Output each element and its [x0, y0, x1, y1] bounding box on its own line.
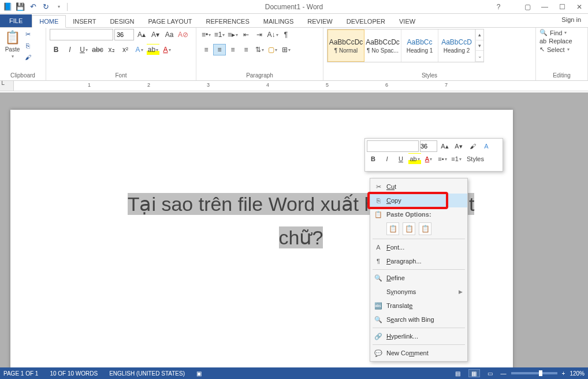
minimize-icon[interactable]: — — [536, 1, 553, 13]
tab-design[interactable]: DESIGN — [103, 16, 141, 27]
menu-font[interactable]: AFont... — [370, 240, 467, 254]
status-word-count[interactable]: 10 OF 10 WORDS — [50, 370, 98, 377]
font-size-input[interactable] — [114, 29, 134, 40]
subscript-button[interactable]: x₂ — [105, 44, 118, 55]
copy-icon[interactable]: ⎘ — [23, 40, 33, 51]
replace-button[interactable]: abReplace — [539, 38, 572, 44]
mini-shrink-font[interactable]: A▾ — [452, 140, 465, 152]
menu-define[interactable]: 🔍Define — [370, 271, 467, 285]
justify-button[interactable]: ≡ — [240, 44, 252, 55]
view-web-layout[interactable]: ▭ — [485, 369, 496, 377]
line-spacing-button[interactable]: ⇅ — [253, 44, 266, 55]
menu-synonyms[interactable]: Synonyms▶ — [370, 285, 467, 299]
superscript-button[interactable]: x² — [119, 44, 132, 55]
mini-font-color[interactable]: A — [422, 153, 435, 165]
bold-button[interactable]: B — [50, 44, 62, 55]
bullets-button[interactable]: ≡• — [200, 29, 213, 40]
mini-italic[interactable]: I — [381, 153, 393, 165]
save-icon[interactable]: 💾 — [15, 2, 25, 12]
underline-button[interactable]: U — [77, 44, 90, 55]
grow-font-icon[interactable]: A▴ — [135, 29, 148, 40]
menu-cut[interactable]: ✂Cut — [370, 180, 467, 194]
clear-formatting-icon[interactable]: A⊘ — [177, 29, 189, 40]
menu-copy[interactable]: ⎘Copy — [370, 194, 467, 207]
tab-insert[interactable]: INSERT — [66, 16, 103, 27]
tab-references[interactable]: REFERENCES — [199, 16, 256, 27]
view-print-layout[interactable]: ▦ — [468, 369, 480, 377]
styles-gallery[interactable]: AaBbCcDc¶ Normal AaBbCcDc¶ No Spac... Aa… — [327, 29, 484, 62]
ribbon-display-icon[interactable]: ▢ — [519, 1, 536, 13]
paste-merge-icon[interactable]: 📋 — [403, 222, 415, 235]
numbering-button[interactable]: ≡1 — [213, 29, 226, 40]
style-normal[interactable]: AaBbCcDc¶ Normal — [328, 29, 364, 62]
align-left-button[interactable]: ≡ — [200, 44, 213, 55]
align-center-button[interactable]: ≡ — [213, 44, 226, 55]
style-heading-2[interactable]: AaBbCcDHeading 2 — [438, 29, 475, 62]
menu-translate[interactable]: 🔤Translate — [370, 299, 467, 313]
mini-grow-font[interactable]: A▴ — [438, 140, 451, 152]
menu-new-comment[interactable]: 💬New Comment — [370, 346, 467, 360]
paste-text-only-icon[interactable]: 📋 — [419, 222, 431, 235]
mini-bullets[interactable]: ≡• — [436, 153, 449, 165]
zoom-in[interactable]: + — [562, 370, 565, 377]
highlight-button[interactable]: ab — [147, 44, 159, 55]
borders-button[interactable]: ⊞ — [280, 44, 292, 55]
cut-icon[interactable]: ✂ — [23, 29, 33, 39]
increase-indent-button[interactable]: ⇥ — [253, 29, 266, 40]
redo-icon[interactable]: ↻ — [40, 2, 51, 12]
multilevel-list-button[interactable]: ≡▸ — [226, 29, 239, 40]
zoom-slider[interactable] — [511, 372, 557, 374]
qat-dropdown[interactable] — [53, 2, 64, 12]
tab-home[interactable]: HOME — [32, 15, 66, 28]
sign-in-link[interactable]: Sign in — [561, 16, 581, 23]
style-no-spacing[interactable]: AaBbCcDc¶ No Spac... — [364, 29, 401, 62]
style-heading-1[interactable]: AaBbCcHeading 1 — [401, 29, 438, 62]
shrink-font-icon[interactable]: A▾ — [149, 29, 162, 40]
tab-page-layout[interactable]: PAGE LAYOUT — [142, 16, 199, 27]
mini-font-name-input[interactable] — [367, 140, 419, 152]
menu-hyperlink[interactable]: 🔗Hyperlink... — [370, 329, 467, 343]
horizontal-ruler[interactable]: 1234567 — [14, 81, 588, 91]
maximize-icon[interactable]: ☐ — [553, 1, 571, 13]
select-button[interactable]: ↖Select▾ — [539, 46, 572, 53]
status-page[interactable]: PAGE 1 OF 1 — [3, 370, 38, 377]
italic-button[interactable]: I — [64, 44, 76, 55]
help-icon[interactable]: ? — [490, 1, 507, 13]
status-language[interactable]: ENGLISH (UNITED STATES) — [109, 370, 185, 377]
font-color-button[interactable]: A — [161, 44, 173, 55]
tab-review[interactable]: REVIEW — [300, 16, 339, 27]
view-read-mode[interactable]: ▤ — [452, 369, 464, 377]
mini-underline[interactable]: U — [395, 153, 407, 165]
change-case-icon[interactable]: Aa — [163, 29, 176, 40]
macro-icon[interactable]: ▣ — [196, 370, 202, 377]
mini-styles-button[interactable]: A — [480, 140, 493, 152]
font-name-input[interactable] — [50, 29, 113, 40]
mini-bold[interactable]: B — [367, 153, 379, 165]
tab-mailings[interactable]: MAILINGS — [256, 16, 301, 27]
mini-highlight[interactable]: ab — [408, 153, 421, 165]
zoom-out[interactable]: — — [501, 370, 507, 377]
mini-font-size-input[interactable] — [420, 140, 437, 152]
paste-keep-source-icon[interactable]: 📋 — [386, 222, 399, 235]
tab-developer[interactable]: DEVELOPER — [340, 16, 392, 27]
styles-scroll[interactable]: ▴▾⌄ — [475, 29, 483, 62]
mini-format-painter[interactable]: 🖌 — [466, 140, 479, 152]
shading-button[interactable]: ▢ — [266, 44, 279, 55]
find-button[interactable]: 🔍Find▾ — [539, 29, 572, 36]
undo-icon[interactable]: ↶ — [28, 2, 38, 12]
sort-button[interactable]: A↓ — [266, 29, 279, 40]
strikethrough-button[interactable]: abc — [91, 44, 104, 55]
text-effects-button[interactable]: A — [133, 44, 146, 55]
paste-button[interactable]: 📋 Paste ▾ — [5, 30, 20, 59]
menu-paragraph[interactable]: ¶Paragraph... — [370, 254, 467, 268]
close-icon[interactable]: ✕ — [571, 1, 588, 13]
show-marks-button[interactable]: ¶ — [280, 29, 292, 40]
decrease-indent-button[interactable]: ⇤ — [240, 29, 252, 40]
format-painter-icon[interactable]: 🖌 — [23, 52, 33, 62]
mini-numbering[interactable]: ≡1 — [450, 153, 463, 165]
zoom-level[interactable]: 120% — [570, 370, 585, 377]
tab-view[interactable]: VIEW — [392, 16, 422, 27]
align-right-button[interactable]: ≡ — [226, 44, 239, 55]
menu-search-bing[interactable]: 🔍Search with Bing — [370, 313, 467, 326]
tab-file[interactable]: FILE — [0, 14, 32, 27]
